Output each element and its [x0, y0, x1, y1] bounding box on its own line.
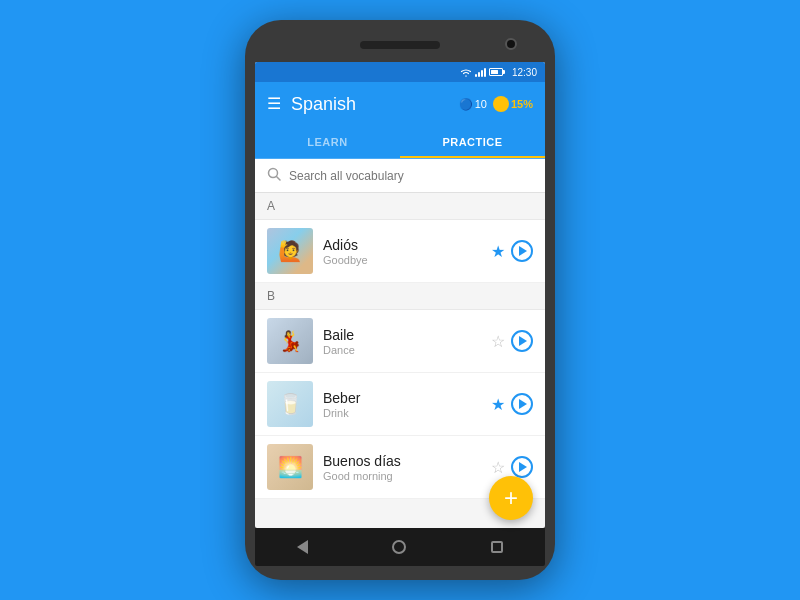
list-item: 🥛 Beber Drink ★ — [255, 373, 545, 436]
thumb-image-adios: 🙋 — [267, 228, 313, 274]
svg-point-0 — [497, 100, 505, 108]
content-area: A 🙋 Adiós Goodbye ★ — [255, 159, 545, 528]
search-input[interactable] — [289, 169, 533, 183]
tab-practice[interactable]: PRACTICE — [400, 126, 545, 158]
vocab-text-beber: Beber Drink — [323, 390, 481, 419]
xp-percent: 15% — [511, 98, 533, 110]
vocab-translation: Dance — [323, 344, 481, 356]
star-icon-beber[interactable]: ★ — [491, 395, 505, 414]
play-triangle-icon — [519, 462, 527, 472]
play-button-beber[interactable] — [511, 393, 533, 415]
play-triangle-icon — [519, 336, 527, 346]
nav-home-button[interactable] — [392, 540, 406, 554]
vocab-thumb-baile: 💃 — [267, 318, 313, 364]
section-header-a: A — [255, 193, 545, 220]
speaker-grille — [360, 41, 440, 49]
vocab-actions-adios: ★ — [491, 240, 533, 262]
play-button-adios[interactable] — [511, 240, 533, 262]
search-svg — [267, 167, 281, 181]
vocab-text-adios: Adiós Goodbye — [323, 237, 481, 266]
fab-add-button[interactable]: + — [489, 476, 533, 520]
section-letter-b: B — [267, 289, 275, 303]
recent-square-icon — [491, 541, 503, 553]
search-icon — [267, 167, 281, 184]
app-title: Spanish — [291, 94, 449, 115]
camera — [505, 38, 517, 50]
status-icons: 12:30 — [460, 67, 537, 78]
back-arrow-icon — [297, 540, 308, 554]
vocab-translation: Good morning — [323, 470, 481, 482]
play-triangle-icon — [519, 246, 527, 256]
vocab-word: Adiós — [323, 237, 481, 253]
play-triangle-icon — [519, 399, 527, 409]
thumb-image-beber: 🥛 — [267, 381, 313, 427]
xp-badge: 15% — [493, 96, 533, 112]
streak-count: 10 — [475, 98, 487, 110]
vocab-text-buenos: Buenos días Good morning — [323, 453, 481, 482]
vocab-translation: Drink — [323, 407, 481, 419]
battery-icon — [489, 68, 505, 76]
signal-bars-icon — [475, 67, 486, 77]
app-bar-actions: 🔵 10 15% — [459, 96, 533, 112]
vocab-word: Beber — [323, 390, 481, 406]
svg-line-2 — [277, 177, 281, 181]
vocab-actions-beber: ★ — [491, 393, 533, 415]
phone-device: 12:30 ☰ Spanish 🔵 10 15% — [245, 20, 555, 580]
xp-coin-icon — [493, 96, 509, 112]
vocab-translation: Goodbye — [323, 254, 481, 266]
vocab-word: Baile — [323, 327, 481, 343]
star-icon-adios[interactable]: ★ — [491, 242, 505, 261]
vocab-actions-buenos: ☆ — [491, 456, 533, 478]
vocab-thumb-buenos: 🌅 — [267, 444, 313, 490]
nav-recent-button[interactable] — [491, 541, 503, 553]
section-letter-a: A — [267, 199, 275, 213]
star-icon-buenos[interactable]: ☆ — [491, 458, 505, 477]
vocab-actions-baile: ☆ — [491, 330, 533, 352]
status-bar: 12:30 — [255, 62, 545, 82]
play-button-baile[interactable] — [511, 330, 533, 352]
star-icon-baile[interactable]: ☆ — [491, 332, 505, 351]
bottom-nav-bar — [255, 528, 545, 566]
play-button-buenos[interactable] — [511, 456, 533, 478]
search-bar — [255, 159, 545, 193]
phone-screen: 12:30 ☰ Spanish 🔵 10 15% — [255, 62, 545, 528]
vocab-word: Buenos días — [323, 453, 481, 469]
hamburger-menu-icon[interactable]: ☰ — [267, 96, 281, 112]
tabs-bar: LEARN PRACTICE — [255, 126, 545, 159]
vocab-text-baile: Baile Dance — [323, 327, 481, 356]
streak-icon: 🔵 — [459, 98, 473, 111]
section-header-b: B — [255, 283, 545, 310]
vocab-thumb-beber: 🥛 — [267, 381, 313, 427]
app-bar: ☰ Spanish 🔵 10 15% — [255, 82, 545, 126]
vocab-thumb-adios: 🙋 — [267, 228, 313, 274]
home-circle-icon — [392, 540, 406, 554]
tab-learn[interactable]: LEARN — [255, 126, 400, 158]
status-time: 12:30 — [512, 67, 537, 78]
streak-badge: 🔵 10 — [459, 98, 487, 111]
nav-back-button[interactable] — [297, 540, 308, 554]
coin-svg — [496, 99, 506, 109]
wifi-icon — [460, 67, 472, 77]
list-item: 💃 Baile Dance ☆ — [255, 310, 545, 373]
list-item: 🙋 Adiós Goodbye ★ — [255, 220, 545, 283]
thumb-image-baile: 💃 — [267, 318, 313, 364]
phone-top-bar — [255, 34, 545, 56]
thumb-image-buenos: 🌅 — [267, 444, 313, 490]
